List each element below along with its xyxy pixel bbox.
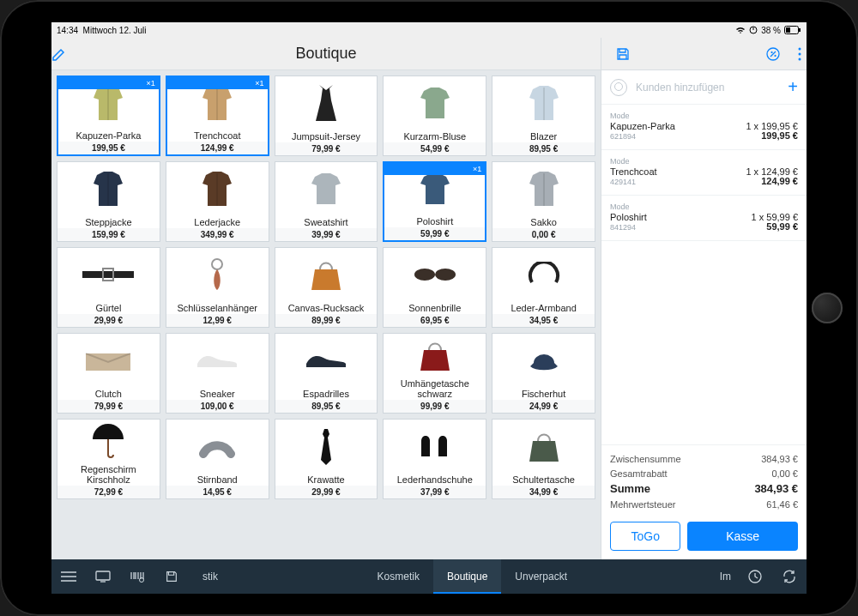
product-image — [384, 420, 486, 474]
product-name: Stirnband — [166, 474, 269, 486]
product-card[interactable]: Sneaker 109,00 € — [166, 333, 269, 414]
svg-point-5 — [799, 47, 801, 50]
product-card[interactable]: ×1 Kapuzen-Parka 199,95 € — [57, 75, 160, 156]
product-card[interactable]: Regenschirm Kirschholz 72,99 € — [57, 419, 160, 499]
product-card[interactable]: Lederjacke 349,99 € — [166, 161, 269, 242]
product-image — [275, 420, 378, 474]
product-card[interactable]: Stirnband 14,95 € — [166, 419, 269, 499]
cart-item[interactable]: Mode Trenchcoat 1 x 124,99 € 429141 124,… — [601, 150, 807, 196]
history-icon[interactable] — [738, 559, 772, 594]
product-name: Lederhandschuhe — [384, 474, 486, 486]
product-price: 199,95 € — [58, 142, 159, 154]
product-price: 34,95 € — [492, 314, 595, 327]
product-card[interactable]: Lederhandschuhe 37,99 € — [383, 419, 486, 499]
product-card[interactable]: Schultertasche 34,99 € — [492, 419, 595, 499]
tab-unverpackt[interactable]: Unverpackt — [501, 559, 581, 594]
product-image — [492, 334, 595, 388]
rotation-lock-icon — [749, 26, 758, 34]
product-card[interactable]: Kurzarm-Bluse 54,99 € — [383, 75, 486, 156]
product-price: 79,99 € — [57, 400, 160, 413]
tab-boutique[interactable]: Boutique — [433, 559, 501, 594]
togo-button[interactable]: ToGo — [610, 522, 680, 551]
product-price: 79,99 € — [275, 142, 378, 155]
more-icon[interactable] — [793, 44, 807, 64]
product-price: 89,95 € — [275, 400, 378, 413]
svg-point-12 — [435, 269, 456, 281]
cart-items-list: Mode Kapuzen-Parka 1 x 199,95 € 621894 1… — [601, 105, 807, 444]
add-customer-plus-icon[interactable]: + — [788, 77, 798, 97]
product-price: 34,99 € — [492, 486, 595, 498]
product-name: Blazer — [492, 130, 595, 142]
bottom-tabbar: stik Kosmetik Boutique Unverpackt Im — [51, 559, 807, 594]
product-grid: ×1 Kapuzen-Parka 199,95 € ×1 Trenchcoat … — [51, 70, 601, 559]
product-image — [57, 334, 160, 388]
edit-button[interactable] — [51, 46, 86, 62]
tab-im[interactable]: Im — [713, 559, 738, 594]
svg-point-7 — [799, 57, 801, 60]
product-card[interactable]: Gürtel 29,99 € — [57, 247, 160, 328]
cart-item[interactable]: Mode Kapuzen-Parka 1 x 199,95 € 621894 1… — [601, 105, 807, 150]
product-name: Krawatte — [275, 474, 378, 486]
save-icon[interactable] — [610, 43, 636, 65]
product-name: Sweatshirt — [275, 216, 378, 228]
product-card[interactable]: ×1 Trenchcoat 124,99 € — [166, 75, 269, 156]
product-card[interactable]: Leder-Armband 34,95 € — [492, 247, 595, 328]
menu-icon[interactable] — [51, 559, 86, 594]
page-title: Boutique — [51, 45, 601, 63]
product-card[interactable]: Blazer 89,95 € — [492, 75, 595, 156]
tab-stik[interactable]: stik — [189, 559, 232, 594]
svg-point-6 — [799, 52, 801, 55]
save-tab-icon[interactable] — [154, 559, 189, 594]
product-name: Umhängetasche schwarz — [384, 377, 486, 400]
product-price: 59,99 € — [384, 227, 485, 240]
product-card[interactable]: Clutch 79,99 € — [57, 333, 160, 414]
customer-avatar-icon — [610, 79, 627, 96]
product-card[interactable]: Sonnenbrille 69,95 € — [383, 247, 486, 328]
discount-icon[interactable] — [760, 43, 786, 65]
cart-item[interactable]: Mode Poloshirt 1 x 59,99 € 841294 59,99 … — [601, 196, 807, 241]
svg-rect-14 — [96, 571, 110, 580]
sync-icon[interactable] — [772, 559, 807, 594]
product-price: 109,00 € — [166, 400, 269, 413]
product-card[interactable]: Espadrilles 89,95 € — [275, 333, 378, 414]
product-name: Regenschirm Kirschholz — [57, 463, 160, 486]
battery-label: 38 % — [761, 26, 781, 35]
product-price: 29,99 € — [57, 314, 160, 327]
product-card[interactable]: Jumpsuit-Jersey 79,99 € — [275, 75, 378, 156]
product-qty-badge: ×1 — [167, 77, 268, 89]
product-image — [166, 248, 269, 302]
product-card[interactable]: Fischerhut 24,99 € — [492, 333, 595, 414]
product-card[interactable]: Umhängetasche schwarz 99,99 € — [383, 333, 486, 414]
cart-summary: Zwischensumme384,93 € Gesamtrabatt0,00 €… — [601, 444, 807, 515]
product-price: 14,95 € — [166, 486, 269, 498]
cart-item-category: Mode — [610, 157, 798, 166]
product-name: Steppjacke — [57, 216, 160, 228]
product-name: Espadrilles — [275, 388, 378, 400]
product-card[interactable]: Canvas-Rucksack 89,99 € — [275, 247, 378, 328]
product-name: Schlüsselanhänger — [166, 302, 269, 314]
product-price: 54,99 € — [384, 142, 486, 155]
barcode-icon[interactable] — [120, 559, 154, 594]
svg-rect-8 — [82, 271, 134, 278]
tab-kosmetik[interactable]: Kosmetik — [364, 559, 433, 594]
product-card[interactable]: Sakko 0,00 € — [492, 161, 595, 242]
product-name: Sakko — [492, 216, 595, 228]
checkout-button[interactable]: Kasse — [687, 522, 798, 551]
display-icon[interactable] — [86, 559, 120, 594]
svg-point-15 — [140, 578, 144, 583]
product-card[interactable]: Schlüsselanhänger 12,99 € — [166, 247, 269, 328]
cart-item-total: 59,99 € — [766, 221, 798, 232]
product-image — [166, 420, 269, 474]
home-button[interactable] — [812, 293, 843, 323]
product-price: 69,95 € — [384, 314, 486, 327]
product-card[interactable]: Steppjacke 159,99 € — [57, 161, 160, 242]
ipad-frame: 14:34 Mittwoch 12. Juli 38 % — [0, 0, 858, 616]
product-card[interactable]: Sweatshirt 39,99 € — [275, 161, 378, 242]
svg-rect-2 — [799, 28, 801, 32]
product-price: 89,95 € — [492, 142, 595, 155]
product-card[interactable]: ×1 Poloshirt 59,99 € — [383, 161, 486, 242]
product-card[interactable]: Krawatte 29,99 € — [275, 419, 378, 499]
add-customer-row[interactable]: Kunden hinzufügen + — [601, 70, 807, 105]
status-time: 14:34 Mittwoch 12. Juli — [57, 26, 147, 35]
battery-icon — [784, 26, 801, 34]
